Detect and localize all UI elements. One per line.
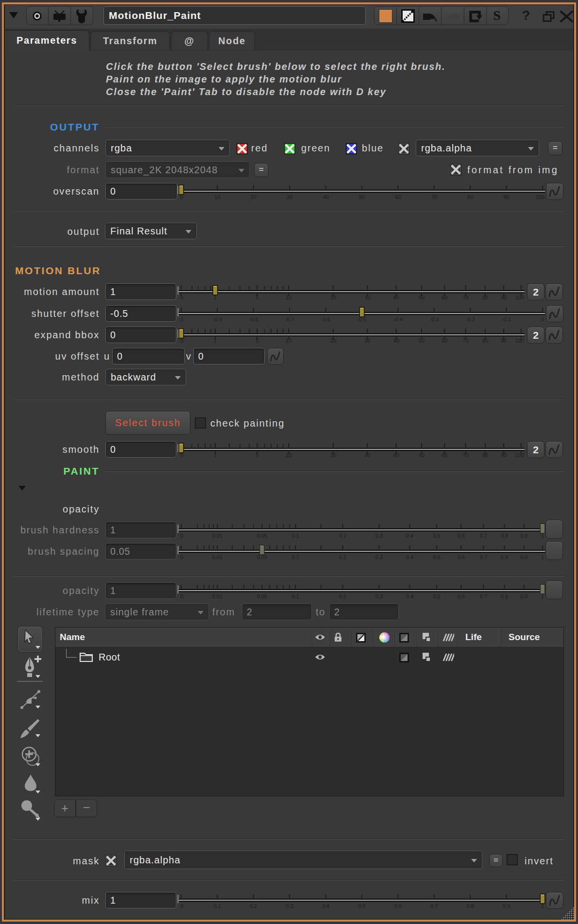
svg-text:0.01: 0.01 (212, 554, 222, 560)
svg-text:1: 1 (214, 338, 217, 344)
svg-text:0: 0 (180, 554, 183, 560)
svg-text:20: 20 (330, 338, 336, 344)
svg-text:5: 5 (255, 452, 258, 458)
svg-text:-1: -1 (179, 316, 184, 322)
svg-text:80: 80 (482, 295, 488, 300)
svg-text:0.5: 0.5 (358, 903, 365, 909)
svg-text:0.6: 0.6 (458, 554, 465, 560)
svg-text:100: 100 (536, 194, 544, 200)
svg-text:0: 0 (180, 194, 183, 200)
svg-text:0.6: 0.6 (458, 533, 465, 539)
svg-text:-0.4: -0.4 (393, 316, 403, 322)
svg-text:50: 50 (419, 295, 425, 300)
svg-text:50: 50 (419, 338, 425, 344)
svg-text:60: 60 (442, 338, 447, 344)
svg-text:-0.1: -0.1 (502, 316, 511, 322)
svg-text:0.4: 0.4 (322, 903, 329, 909)
svg-text:40: 40 (393, 452, 399, 458)
svg-text:0.3: 0.3 (375, 554, 383, 560)
svg-text:0.2: 0.2 (339, 554, 346, 560)
svg-text:50: 50 (419, 452, 425, 458)
svg-text:0: 0 (180, 594, 183, 599)
svg-text:100: 100 (515, 338, 524, 344)
svg-text:1: 1 (541, 533, 544, 539)
svg-text:10: 10 (286, 295, 291, 300)
svg-text:10: 10 (286, 452, 291, 458)
svg-text:-0.7: -0.7 (285, 316, 294, 322)
svg-text:0.7: 0.7 (480, 533, 487, 539)
svg-text:70: 70 (431, 194, 437, 200)
svg-text:0.4: 0.4 (406, 533, 413, 539)
svg-text:90: 90 (501, 452, 507, 458)
svg-text:0.3: 0.3 (375, 594, 383, 599)
svg-text:0.6: 0.6 (458, 594, 465, 599)
svg-text:1: 1 (541, 554, 544, 560)
svg-text:40: 40 (323, 194, 328, 200)
svg-text:0: 0 (180, 903, 183, 909)
svg-text:-0.9: -0.9 (213, 316, 222, 322)
svg-text:0: 0 (180, 338, 183, 344)
svg-text:0.4: 0.4 (406, 554, 413, 560)
svg-text:100: 100 (515, 295, 524, 300)
svg-text:0.9: 0.9 (520, 533, 527, 539)
svg-text:10: 10 (286, 338, 291, 344)
svg-text:20: 20 (330, 295, 336, 300)
svg-text:90: 90 (501, 295, 507, 300)
svg-text:0: 0 (180, 452, 183, 458)
svg-text:0.7: 0.7 (430, 903, 438, 909)
svg-text:30: 30 (364, 338, 370, 344)
svg-text:40: 40 (393, 295, 399, 300)
svg-text:-0.6: -0.6 (321, 316, 330, 322)
svg-text:0.8: 0.8 (501, 533, 508, 539)
svg-text:0.3: 0.3 (286, 903, 293, 909)
svg-text:80: 80 (467, 194, 473, 200)
svg-text:0.05: 0.05 (257, 594, 267, 599)
svg-text:100: 100 (515, 452, 524, 458)
svg-text:60: 60 (395, 194, 401, 200)
svg-text:0: 0 (541, 316, 544, 322)
svg-text:30: 30 (364, 452, 370, 458)
svg-text:1: 1 (541, 594, 544, 599)
svg-text:20: 20 (330, 452, 336, 458)
svg-text:5: 5 (255, 338, 258, 344)
svg-text:0.8: 0.8 (467, 903, 474, 909)
svg-text:0.1: 0.1 (214, 903, 221, 909)
svg-text:0.5: 0.5 (433, 554, 440, 560)
svg-text:10: 10 (214, 194, 220, 200)
svg-text:70: 70 (463, 295, 469, 300)
svg-text:60: 60 (442, 452, 447, 458)
svg-text:0.2: 0.2 (339, 533, 346, 539)
svg-text:0.3: 0.3 (375, 533, 383, 539)
svg-text:0: 0 (180, 533, 183, 539)
svg-text:0.8: 0.8 (501, 554, 508, 560)
svg-text:-0.8: -0.8 (249, 316, 258, 322)
svg-text:0.1: 0.1 (292, 554, 299, 560)
svg-text:70: 70 (463, 452, 469, 458)
svg-text:-0.3: -0.3 (429, 316, 439, 322)
svg-text:-0.2: -0.2 (466, 316, 475, 322)
svg-text:20: 20 (251, 194, 256, 200)
svg-text:0.5: 0.5 (433, 594, 440, 599)
svg-text:0.1: 0.1 (292, 533, 299, 539)
svg-text:0.01: 0.01 (212, 533, 222, 539)
svg-text:0.05: 0.05 (257, 533, 267, 539)
svg-text:1: 1 (541, 903, 544, 909)
svg-text:90: 90 (501, 338, 507, 344)
svg-text:1: 1 (214, 452, 217, 458)
svg-text:90: 90 (503, 194, 509, 200)
svg-text:5: 5 (255, 295, 258, 300)
svg-text:0.7: 0.7 (480, 554, 487, 560)
svg-text:0.2: 0.2 (339, 594, 346, 599)
svg-text:70: 70 (463, 338, 469, 344)
svg-text:0.1: 0.1 (292, 594, 299, 599)
svg-text:80: 80 (482, 338, 488, 344)
svg-text:80: 80 (482, 452, 488, 458)
svg-text:1: 1 (214, 295, 217, 300)
svg-text:0.6: 0.6 (394, 903, 402, 909)
svg-text:0.2: 0.2 (250, 903, 257, 909)
svg-text:0: 0 (180, 295, 183, 300)
svg-text:0.5: 0.5 (433, 533, 440, 539)
svg-text:-0.5: -0.5 (357, 316, 367, 322)
svg-text:30: 30 (364, 295, 370, 300)
svg-text:40: 40 (393, 338, 399, 344)
